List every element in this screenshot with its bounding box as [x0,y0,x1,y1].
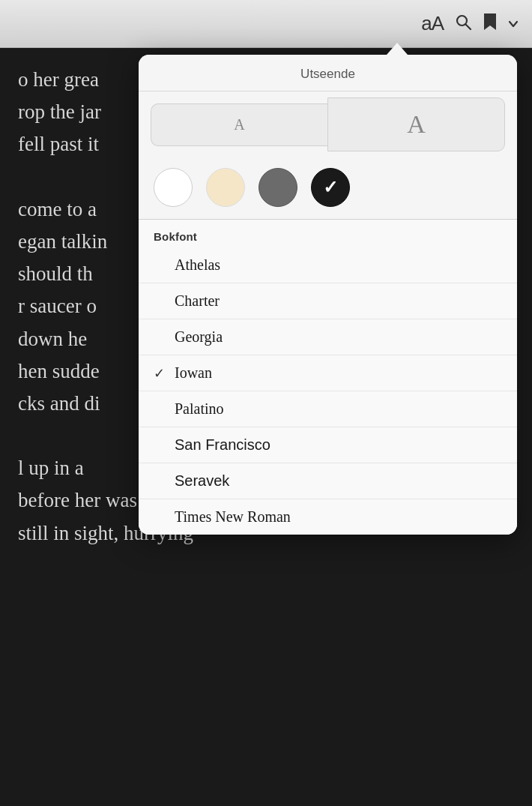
decrease-font-button[interactable]: A [151,103,327,146]
font-name-georgia: Georgia [175,328,502,346]
font-section-title: Bokfont [139,220,517,247]
font-list: Athelas Charter Georgia ✓ Iowan Palatino [139,247,517,535]
color-black-button[interactable] [311,168,350,207]
font-name-palatino: Palatino [175,400,502,418]
svg-line-1 [466,24,471,29]
font-name-athelas: Athelas [175,256,502,274]
chevron-down-icon[interactable] [508,14,519,34]
color-gray-button[interactable] [259,168,297,207]
popover-panel: Utseende A A Bokfont Athelas Charter [139,55,517,535]
font-name-seravek: Seravek [175,472,502,490]
large-a-label: A [407,110,426,139]
font-size-row: A A [139,91,517,157]
font-name-charter: Charter [175,292,502,310]
list-item[interactable]: Palatino [139,391,517,427]
small-a-label: A [234,116,244,133]
color-white-button[interactable] [154,168,193,207]
bookmark-icon[interactable] [483,12,498,36]
toolbar: aA [0,0,532,48]
list-item[interactable]: Times New Roman [139,499,517,535]
font-check-iowan: ✓ [154,365,175,382]
toolbar-icons: aA [421,12,519,36]
font-name-iowan: Iowan [175,364,502,382]
list-item[interactable]: San Francisco [139,427,517,463]
popover-arrow [387,43,408,55]
popover-title: Utseende [139,55,517,91]
increase-font-button[interactable]: A [327,97,505,151]
list-item[interactable]: ✓ Iowan [139,355,517,391]
search-icon[interactable] [454,13,472,35]
font-name-tnr: Times New Roman [175,508,502,526]
color-row [139,157,517,219]
font-section: Bokfont Athelas Charter Georgia ✓ Iowan … [139,220,517,535]
list-item[interactable]: Charter [139,283,517,319]
font-name-sf: San Francisco [175,436,502,454]
list-item[interactable]: Georgia [139,319,517,355]
list-item[interactable]: Athelas [139,247,517,283]
font-size-icon[interactable]: aA [421,12,444,35]
color-sepia-button[interactable] [206,168,245,207]
list-item[interactable]: Seravek [139,463,517,499]
